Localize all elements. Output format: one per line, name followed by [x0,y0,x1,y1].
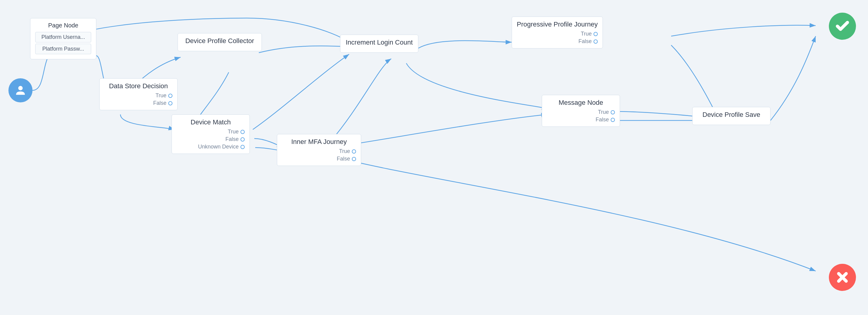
data-store-true-port: True [104,92,173,99]
message-false-label: False [596,117,609,123]
device-profile-collector-title: Device Profile Collector [183,37,257,45]
close-icon [835,270,850,285]
inner-mfa-false-port: False [282,156,356,162]
flow-canvas: Page Node Platform Userna... Platform Pa… [0,0,868,315]
success-node[interactable] [829,13,856,40]
device-profile-collector-node[interactable]: Device Profile Collector [178,33,262,51]
increment-login-node[interactable]: Increment Login Count [340,35,418,53]
inner-mfa-false-dot[interactable] [352,157,356,161]
device-match-false-label: False [225,136,239,142]
progressive-profile-node[interactable]: Progressive Profile Journey True False [512,17,603,49]
data-store-decision-node[interactable]: Data Store Decision True False [99,78,178,110]
checkmark-icon [835,19,850,34]
inner-mfa-true-port: True [282,148,356,154]
device-match-unknown-port: Unknown Device [177,144,245,150]
data-store-true-dot[interactable] [168,94,173,98]
device-match-false-dot[interactable] [241,137,245,142]
progressive-false-port: False [517,38,598,45]
start-node[interactable] [8,78,32,103]
message-false-dot[interactable] [611,118,615,122]
data-store-false-label: False [153,100,166,106]
arrows-layer [0,0,868,315]
device-match-unknown-label: Unknown Device [198,144,239,150]
inner-mfa-false-label: False [337,156,350,162]
progressive-true-port: True [517,31,598,37]
progressive-profile-title: Progressive Profile Journey [517,21,598,28]
data-store-false-dot[interactable] [168,101,173,106]
device-match-title: Device Match [177,118,245,126]
message-true-label: True [598,109,609,115]
device-match-node[interactable]: Device Match True False Unknown Device [172,114,250,154]
failure-node[interactable] [829,264,856,291]
data-store-title: Data Store Decision [104,82,173,90]
message-true-port: True [547,109,615,115]
progressive-true-label: True [581,31,592,37]
page-node-title: Page Node [35,22,91,29]
device-match-true-dot[interactable] [241,130,245,134]
message-node-title: Message Node [547,99,615,107]
data-store-true-label: True [156,92,166,99]
inner-mfa-node[interactable]: Inner MFA Journey True False [277,134,361,166]
message-true-dot[interactable] [611,110,615,114]
device-profile-save-node[interactable]: Device Profile Save [692,107,771,125]
device-match-false-port: False [177,136,245,142]
device-match-true-port: True [177,128,245,135]
page-node-input-password: Platform Passw... [35,44,91,54]
message-false-port: False [547,117,615,123]
svg-point-1 [18,86,23,90]
person-icon [14,84,27,97]
inner-mfa-title: Inner MFA Journey [282,138,356,146]
progressive-false-label: False [579,38,592,45]
data-store-false-port: False [104,100,173,106]
inner-mfa-true-dot[interactable] [352,149,356,153]
device-profile-save-title: Device Profile Save [698,111,765,119]
page-node[interactable]: Page Node Platform Userna... Platform Pa… [30,18,96,59]
inner-mfa-true-label: True [339,148,350,154]
device-match-unknown-dot[interactable] [241,145,245,149]
increment-login-title: Increment Login Count [345,38,413,47]
message-node[interactable]: Message Node True False [542,95,620,127]
progressive-false-dot[interactable] [593,39,598,44]
progressive-true-dot[interactable] [593,32,598,36]
device-match-true-label: True [228,128,239,135]
page-node-input-username: Platform Userna... [35,32,91,42]
